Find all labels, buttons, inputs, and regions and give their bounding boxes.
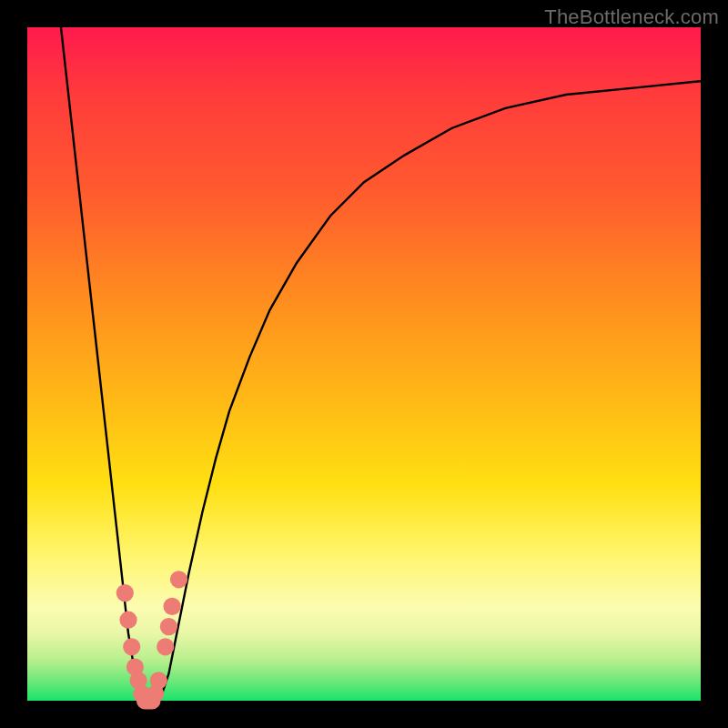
highlight-dot [150,672,167,689]
highlight-dot [123,638,140,655]
highlight-dot [157,638,174,655]
highlight-dot [160,618,177,635]
bottleneck-curve [61,27,701,701]
highlight-dot [116,584,134,602]
highlight-dots-group [116,571,187,709]
chart-frame: TheBottleneck.com [0,0,728,728]
highlight-dot [164,598,181,615]
highlight-dot [119,612,136,629]
watermark-text: TheBottleneck.com [544,5,719,29]
plot-area [27,27,701,701]
chart-svg [27,27,701,701]
highlight-dot [170,571,187,588]
